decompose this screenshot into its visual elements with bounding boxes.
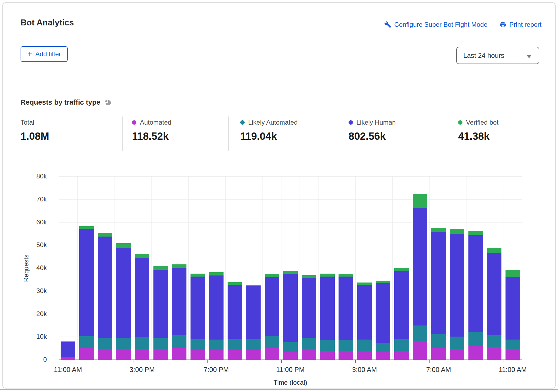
stat-value: 118.52k <box>132 131 171 142</box>
stat-divider <box>337 117 337 151</box>
print-report-link[interactable]: Print report <box>499 21 541 28</box>
bar-segment-automated <box>339 351 353 360</box>
bar-segment-likely-human <box>283 274 298 342</box>
stacked-bar <box>153 266 168 360</box>
stacked-bar <box>135 254 149 360</box>
x-tick-label: 3:00 AM <box>352 366 377 374</box>
stat-automated[interactable]: Automated 118.52k <box>132 119 171 142</box>
y-tick-label: 30k <box>26 287 47 295</box>
vertical-gridline <box>337 177 337 360</box>
vertical-gridline <box>281 177 281 360</box>
bar-segment-likely-automated <box>153 338 168 349</box>
stat-divider <box>122 117 123 151</box>
vertical-gridline <box>133 177 133 360</box>
bar-segment-automated <box>431 348 446 360</box>
bar-segment-verified-bot <box>376 281 390 283</box>
y-tick-label: 80k <box>26 172 47 180</box>
x-tick-mark <box>355 360 356 363</box>
stacked-bar <box>506 270 520 360</box>
stat-label: Likely Automated <box>248 119 298 126</box>
stacked-bar <box>116 243 131 360</box>
bar-segment-likely-human <box>320 277 335 340</box>
bar-segment-likely-automated <box>431 334 446 348</box>
bar-segment-likely-human <box>487 253 501 335</box>
bar-segment-automated <box>61 358 75 360</box>
time-range-dropdown[interactable]: Last 24 hours <box>456 47 539 64</box>
section-title-label: Requests by traffic type <box>21 98 100 107</box>
stat-divider <box>228 117 229 151</box>
bar-segment-automated <box>376 352 390 360</box>
wrench-icon <box>384 21 391 28</box>
bar-segment-verified-bot <box>339 274 353 277</box>
bar-segment-automated <box>450 349 464 360</box>
bar-segment-likely-human <box>265 277 279 336</box>
vertical-gridline <box>411 177 411 360</box>
horizontal-gridline <box>59 176 522 177</box>
bar-segment-automated <box>98 349 112 360</box>
bar-segment-likely-human <box>394 271 409 339</box>
bar-segment-verified-bot <box>79 226 94 229</box>
vertical-gridline <box>504 177 504 360</box>
stat-divider <box>446 117 446 151</box>
bar-segment-likely-automated <box>116 338 131 349</box>
bar-segment-likely-human <box>228 285 242 339</box>
bar-segment-likely-human <box>172 268 186 335</box>
stat-value: 119.04k <box>240 131 298 142</box>
stat-likely-automated[interactable]: Likely Automated 119.04k <box>240 119 298 142</box>
vertical-gridline <box>522 177 522 360</box>
add-filter-label: Add filter <box>35 50 61 58</box>
stat-total: Total 1.08M <box>21 119 49 142</box>
header-links: Configure Super Bot Fight Mode Print rep… <box>384 21 541 28</box>
bar-segment-likely-automated <box>357 340 372 351</box>
stat-value: 802.56k <box>349 131 396 142</box>
x-tick-label: 11:00 AM <box>54 366 82 374</box>
printer-icon <box>499 21 506 28</box>
stacked-bar <box>376 281 390 360</box>
x-axis-title: Time (local) <box>274 379 307 386</box>
vertical-gridline <box>429 177 430 360</box>
time-range-value: Last 24 hours <box>463 52 504 59</box>
section-title: Requests by traffic type <box>21 98 112 107</box>
bar-segment-verified-bot <box>468 231 483 235</box>
horizontal-gridline <box>59 222 522 222</box>
bar-segment-likely-human <box>116 248 131 338</box>
stacked-bar <box>283 271 298 360</box>
y-tick-label: 0 <box>26 356 47 363</box>
vertical-gridline <box>207 177 207 360</box>
bar-segment-automated <box>246 350 261 360</box>
y-tick-label: 40k <box>26 264 47 272</box>
bar-segment-likely-human <box>302 278 316 338</box>
bar-segment-likely-automated <box>506 340 520 349</box>
stacked-bar <box>98 233 112 360</box>
configure-super-bot-fight-mode-link[interactable]: Configure Super Bot Fight Mode <box>384 21 487 28</box>
bar-segment-automated <box>302 349 316 360</box>
vertical-gridline <box>485 177 485 360</box>
stacked-bar <box>450 229 464 360</box>
stat-value: 41.38k <box>458 131 498 142</box>
stat-likely-human[interactable]: Likely Human 802.56k <box>349 119 396 142</box>
stacked-bar <box>487 248 501 360</box>
bar-segment-likely-human <box>191 277 205 339</box>
vertical-gridline <box>300 177 300 360</box>
bar-segment-automated <box>191 350 205 360</box>
bar-segment-automated <box>506 349 520 360</box>
vertical-gridline <box>392 177 393 360</box>
likely-human-dot <box>349 120 353 125</box>
bar-segment-likely-automated <box>228 339 242 350</box>
bar-segment-verified-bot <box>172 264 186 268</box>
vertical-gridline <box>467 177 467 360</box>
bar-segment-automated <box>265 348 279 360</box>
bar-segment-likely-human <box>98 237 112 338</box>
y-tick-label: 50k <box>26 241 47 249</box>
bot-analytics-card: Bot Analytics Configure Super Bot Fight … <box>2 2 556 388</box>
bar-segment-verified-bot <box>228 282 242 285</box>
stacked-bar <box>413 194 427 360</box>
stacked-bar <box>468 231 483 360</box>
stacked-bar <box>339 274 353 360</box>
stat-value: 1.08M <box>21 131 49 142</box>
vertical-gridline <box>188 177 189 360</box>
stat-verified-bot[interactable]: Verified bot 41.38k <box>458 119 498 142</box>
bar-segment-likely-automated <box>246 339 261 350</box>
add-filter-button[interactable]: + Add filter <box>21 46 68 62</box>
vertical-gridline <box>96 177 96 360</box>
